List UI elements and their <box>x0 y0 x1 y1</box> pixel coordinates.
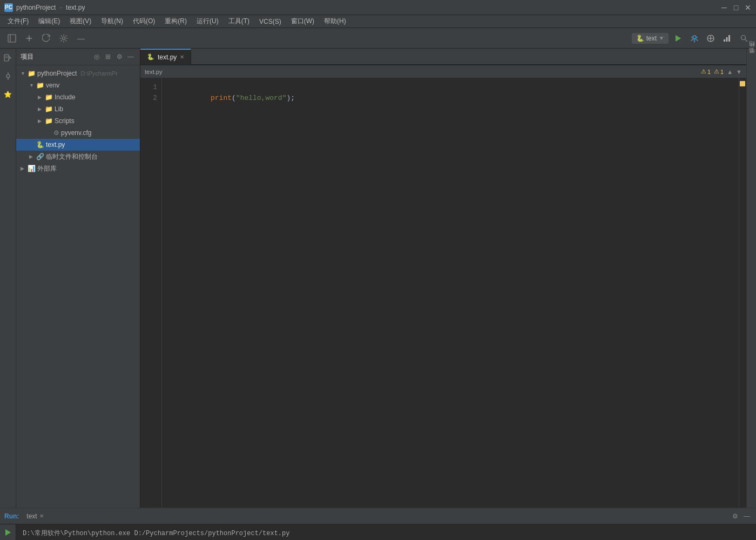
toolbar: — 🐍 text ▼ <box>0 28 756 49</box>
expand-arrow: ▶ <box>38 106 43 112</box>
expand-all-button[interactable]: ⊞ <box>103 52 113 62</box>
menu-vcs[interactable]: VCS(S) <box>255 17 286 26</box>
panel-controls: ⚙ — <box>730 511 752 521</box>
tree-item-Include[interactable]: ▶ 📁 Include <box>16 91 140 103</box>
structure-label[interactable]: 结构 <box>747 49 756 55</box>
breadcrumb-bar: text.py ⚠ 1 ⚠ 1 ▲ ▼ <box>140 65 746 78</box>
run-configuration[interactable]: 🐍 text ▼ <box>632 33 669 44</box>
run-tab-close[interactable]: ✕ <box>39 513 44 519</box>
tree-item-venv[interactable]: ▼ 📁 venv <box>16 79 140 91</box>
tree-item-Lib[interactable]: ▶ 📁 Lib <box>16 103 140 115</box>
profile-button[interactable] <box>720 32 733 45</box>
debug-button[interactable] <box>688 32 701 45</box>
tree-label: Lib <box>55 105 63 113</box>
menu-code[interactable]: 代码(O) <box>129 16 159 27</box>
minimize-button[interactable]: ─ <box>720 4 728 11</box>
code-line-1: print("hello,word"); <box>168 82 732 93</box>
tree-path: D:\PycharmPr <box>80 70 117 77</box>
svg-rect-7 <box>726 37 728 42</box>
svg-point-9 <box>741 35 746 39</box>
menu-navigate[interactable]: 导航(N) <box>97 16 127 27</box>
scroll-down-button[interactable]: ▼ <box>736 69 742 75</box>
library-icon: 📊 <box>28 165 36 172</box>
menu-view[interactable]: 视图(V) <box>65 16 96 27</box>
close-panel-button[interactable]: — <box>73 31 89 46</box>
menu-file[interactable]: 文件(F) <box>3 16 33 27</box>
error-icon: ⚠ <box>714 68 719 75</box>
code-editor[interactable]: print("hello,word"); <box>162 78 739 508</box>
menu-refactor[interactable]: 重构(R) <box>160 16 191 27</box>
panel-settings-button[interactable]: ⚙ <box>730 511 740 521</box>
project-view-button[interactable] <box>4 31 19 46</box>
hide-panel-button[interactable]: — <box>126 52 136 62</box>
python-file-icon: 🐍 <box>36 141 44 148</box>
run-config-name: text <box>646 35 657 42</box>
run-again-button[interactable] <box>2 526 14 538</box>
code-print-keyword: print <box>211 94 232 102</box>
run-config-arrow: ▼ <box>659 35 664 41</box>
project-panel: 项目 ◎ ⊞ ⚙ — ▼ 📁 pythonProject D:\PycharmP… <box>16 49 140 508</box>
error-count: 1 <box>720 69 724 75</box>
maximize-button[interactable]: □ <box>732 4 740 11</box>
title-bar-left: PC pythonProject – text.py <box>4 3 85 12</box>
tab-close-button[interactable]: ✕ <box>180 54 184 60</box>
settings-button[interactable] <box>56 31 71 46</box>
toolbar-right: 🐍 text ▼ <box>632 31 752 46</box>
menu-edit[interactable]: 编辑(E) <box>34 16 64 27</box>
svg-point-4 <box>693 36 696 39</box>
file-tree: ▼ 📁 pythonProject D:\PycharmPr ▼ 📁 venv … <box>16 65 140 508</box>
scroll-up-button[interactable]: ▲ <box>727 69 733 75</box>
run-output[interactable]: D:\常用软件\Python\python.exe D:/PycharmProj… <box>16 524 756 540</box>
bookmarks-label[interactable]: 书签 <box>747 55 756 62</box>
tree-item-pyvenv-cfg[interactable]: ▶ ⚙ pyvenv.cfg <box>16 127 140 139</box>
tree-label: 外部库 <box>37 164 57 173</box>
code-open-paren: ( <box>232 94 236 102</box>
sidebar-bookmark-icon[interactable]: ⭐ <box>1 87 15 102</box>
warning-count-badge: ⚠ 1 <box>701 68 711 75</box>
folder-icon: 📁 <box>45 93 53 101</box>
tree-item-external-libs[interactable]: ▶ 📊 外部库 <box>16 163 140 174</box>
folder-icon: 📁 <box>28 70 36 77</box>
bottom-panel: Run: text ✕ ⚙ — <box>0 508 756 540</box>
main-content: ⭐ 项目 ◎ ⊞ ⚙ — ▼ 📁 pythonProject D:\Pychar… <box>0 49 756 508</box>
tree-item-Scripts[interactable]: ▶ 📁 Scripts <box>16 115 140 127</box>
tree-item-pythonProject[interactable]: ▼ 📁 pythonProject D:\PycharmPr <box>16 68 140 79</box>
run-panel-label: Run: <box>4 512 19 520</box>
code-string: "hello,word" <box>236 94 287 102</box>
menu-help[interactable]: 帮助(H) <box>320 16 350 27</box>
sidebar-project-icon[interactable] <box>1 51 15 65</box>
title-filename: text.py <box>66 4 85 11</box>
tree-item-text-py[interactable]: ▶ 🐍 text.py <box>16 139 140 151</box>
new-element-button[interactable] <box>22 31 37 46</box>
error-count-badge: ⚠ 1 <box>714 68 724 75</box>
gutter-warning <box>740 81 745 86</box>
tree-label: Include <box>55 93 76 101</box>
search-everywhere-button[interactable] <box>737 31 752 46</box>
tab-text-py[interactable]: 🐍 text.py ✕ <box>140 49 191 65</box>
menu-run[interactable]: 运行(U) <box>192 16 223 27</box>
tree-label: Scripts <box>55 117 75 125</box>
sidebar-commit-icon[interactable] <box>1 69 15 83</box>
project-panel-title-row: 项目 <box>21 52 33 62</box>
run-tab[interactable]: text ✕ <box>23 511 46 521</box>
gear-icon[interactable]: ⚙ <box>114 52 124 62</box>
folder-icon: 📁 <box>45 117 53 125</box>
coverage-button[interactable] <box>704 32 717 45</box>
bottom-panel-tabs: Run: text ✕ ⚙ — <box>0 508 756 524</box>
app-name: pythonProject <box>16 4 56 11</box>
folder-icon: 📁 <box>45 105 53 113</box>
project-panel-title: 项目 <box>21 52 33 62</box>
close-button[interactable]: ✕ <box>744 4 752 11</box>
locate-file-button[interactable]: ◎ <box>92 52 102 62</box>
run-button[interactable] <box>672 32 685 45</box>
tree-item-scratch[interactable]: ▶ 🔗 临时文件和控制台 <box>16 151 140 163</box>
left-sidebar: ⭐ <box>0 49 16 508</box>
tree-label: venv <box>46 82 59 89</box>
panel-minimize-button[interactable]: — <box>742 511 752 521</box>
warning-indicator <box>739 80 746 87</box>
menu-tools[interactable]: 工具(T) <box>224 16 254 27</box>
menu-window[interactable]: 窗口(W) <box>287 16 319 27</box>
line-number-2: 2 <box>145 93 157 104</box>
svg-line-10 <box>745 39 747 42</box>
sync-button[interactable] <box>39 31 54 46</box>
